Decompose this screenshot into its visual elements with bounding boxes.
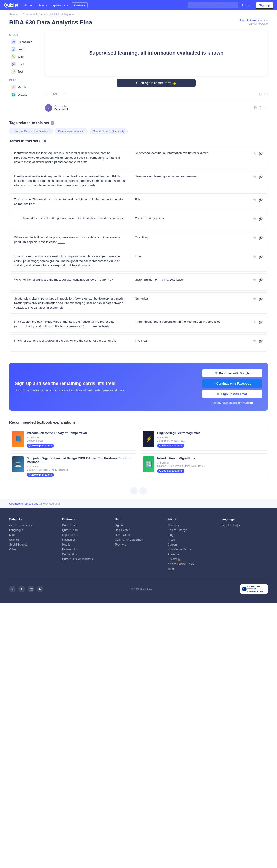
info-button[interactable]: ⋮ bbox=[258, 106, 262, 110]
next-card-button[interactable]: → bbox=[62, 92, 66, 97]
term-audio-5[interactable]: 🔊 bbox=[258, 254, 263, 259]
term-star-9[interactable]: ★ bbox=[253, 338, 256, 343]
footer-link[interactable]: Be The Change bbox=[168, 528, 215, 532]
upgrade-link[interactable]: Upgrade to remove ads Only $47.88/year bbox=[239, 19, 268, 25]
term-audio-9[interactable]: 🔊 bbox=[258, 339, 263, 343]
term-audio-1[interactable]: 🔊 bbox=[258, 175, 263, 179]
nav-explanations[interactable]: Explanations bbox=[51, 3, 68, 7]
sidebar-item-flashcards[interactable]: 🗂 Flashcards bbox=[9, 38, 39, 45]
footer-link[interactable]: Explanations bbox=[62, 533, 109, 536]
twitter-icon[interactable]: 𝕏 bbox=[9, 586, 16, 592]
term-audio-7[interactable]: 🔊 bbox=[258, 297, 263, 301]
footer-link[interactable]: Science bbox=[9, 538, 57, 541]
sidebar-item-test[interactable]: 📝 Test bbox=[9, 68, 39, 75]
copy-button[interactable]: ⎘ bbox=[254, 106, 257, 110]
footer-link[interactable]: Quizlet Plus for Teachers bbox=[62, 558, 109, 561]
textbook-card-3[interactable]: 🔢 Introduction to Algorithms 3rd Edition… bbox=[140, 454, 268, 480]
term-audio-0[interactable]: 🔊 bbox=[258, 151, 263, 156]
sidebar-item-spell[interactable]: 🔊 Spell bbox=[9, 60, 39, 68]
search-input[interactable] bbox=[188, 2, 238, 8]
continue-facebook-button[interactable]: f Continue with Facebook bbox=[202, 379, 262, 388]
footer-link[interactable]: Quizlet Plus bbox=[62, 553, 109, 556]
breadcrumb-ai[interactable]: Artificial Intelligence bbox=[49, 13, 74, 16]
signup-email-button[interactable]: ✉ Sign up with email bbox=[202, 390, 262, 398]
footer-link[interactable]: Blog bbox=[168, 533, 215, 536]
term-audio-4[interactable]: 🔊 bbox=[258, 236, 263, 240]
breadcrumb-cs[interactable]: Computer Science bbox=[23, 13, 46, 16]
nav-home[interactable]: Home bbox=[24, 3, 32, 7]
footer-link[interactable]: Terms bbox=[168, 567, 215, 570]
footer-link[interactable]: Community Guidelines bbox=[115, 538, 162, 541]
footer-link[interactable]: Ad and Cookie Policy bbox=[168, 562, 215, 566]
signup-button[interactable]: Sign up bbox=[256, 2, 273, 8]
footer-link[interactable]: Teachers bbox=[115, 543, 162, 546]
creator-name[interactable]: Ousider11 bbox=[55, 107, 68, 111]
term-star-8[interactable]: ★ bbox=[253, 319, 256, 324]
signup-description: Boost your grades with unlimited access … bbox=[15, 388, 197, 393]
breadcrumb-science[interactable]: Science bbox=[9, 13, 19, 16]
term-star-7[interactable]: ★ bbox=[253, 296, 256, 302]
term-audio-3[interactable]: 🔊 bbox=[258, 217, 263, 221]
term-star-3[interactable]: ★ bbox=[253, 216, 256, 221]
footer-link[interactable]: Flashcards bbox=[62, 538, 109, 541]
sidebar-item-write[interactable]: ✏️ Write bbox=[9, 53, 39, 60]
footer-link[interactable]: Company bbox=[168, 524, 215, 527]
sidebar-item-match[interactable]: ⚡ Match bbox=[9, 83, 39, 91]
footer-link[interactable]: Arts and Humanities bbox=[9, 524, 57, 527]
login-link[interactable]: Log in bbox=[242, 3, 250, 7]
tag-pca[interactable]: Principal Component Analysis bbox=[9, 128, 53, 134]
term-audio-2[interactable]: 🔊 bbox=[258, 198, 263, 202]
footer-link[interactable]: Quizlet Live bbox=[62, 524, 109, 527]
flashcard-click-button[interactable]: Click again to see term 👆 bbox=[117, 79, 196, 87]
footer-link[interactable]: Advertise bbox=[168, 553, 215, 556]
footer-link[interactable]: Honor Code bbox=[115, 533, 162, 536]
more-button[interactable]: ⋯ bbox=[264, 106, 268, 110]
textbook-section: Recommended textbook explanations 📘 Intr… bbox=[0, 416, 277, 484]
footer-link[interactable]: Mobile bbox=[62, 543, 109, 546]
footer-link[interactable]: Careers bbox=[168, 543, 215, 546]
term-audio-8[interactable]: 🔊 bbox=[258, 320, 263, 324]
create-button[interactable]: Create ▾ bbox=[72, 2, 88, 8]
footer-link[interactable]: Quizlet Learn bbox=[62, 528, 109, 532]
term-star-5[interactable]: ★ bbox=[253, 254, 256, 259]
prev-card-button[interactable]: ← bbox=[45, 92, 49, 97]
nav-subjects[interactable]: Subjects bbox=[36, 3, 47, 7]
tag-sensitivity[interactable]: Sensitivity And Specificity bbox=[90, 128, 128, 134]
footer-link[interactable]: Privacy 🔒 bbox=[168, 558, 215, 561]
tag-discriminant[interactable]: Discriminant Analysis bbox=[55, 128, 88, 134]
sidebar-item-gravity[interactable]: 🌍 Gravity bbox=[9, 91, 39, 98]
term-star-4[interactable]: ★ bbox=[253, 235, 256, 240]
textbook-card-1[interactable]: ⚡ Engineering Electromagnetics 8th Editi… bbox=[140, 428, 268, 451]
footer-link[interactable]: Social Science bbox=[9, 543, 57, 546]
upgrade-link-bottom[interactable]: Upgrade to remove ads bbox=[9, 502, 38, 505]
flashcard[interactable]: Supervised learning, all information eva… bbox=[45, 30, 268, 76]
footer-link[interactable]: Press bbox=[168, 538, 215, 541]
card-view-toggle[interactable]: ⊞ bbox=[259, 92, 262, 96]
instagram-icon[interactable]: 📷 bbox=[28, 586, 34, 592]
footer-link[interactable]: Sign up bbox=[115, 524, 162, 527]
term-audio-6[interactable]: 🔊 bbox=[258, 278, 263, 282]
term-star-0[interactable]: ★ bbox=[253, 151, 256, 156]
continue-google-button[interactable]: G Continue with Google bbox=[202, 369, 262, 377]
footer-link[interactable]: Languages bbox=[9, 528, 57, 532]
term-star-6[interactable]: ★ bbox=[253, 277, 256, 282]
language-selector[interactable]: English (USA) ▾ bbox=[220, 524, 268, 527]
youtube-icon[interactable]: ▶ bbox=[37, 586, 43, 592]
term-star-2[interactable]: ★ bbox=[253, 197, 256, 202]
login-link[interactable]: Log in bbox=[244, 401, 253, 404]
sidebar-item-learn[interactable]: 🔄 Learn bbox=[9, 45, 39, 53]
textbook-card-0[interactable]: 📘 Introduction to the Theory of Computat… bbox=[9, 428, 137, 451]
footer-link[interactable]: Help Center bbox=[115, 528, 162, 532]
textbook-card-2[interactable]: 💻 Computer Organization and Design MIPS … bbox=[9, 454, 137, 480]
prev-page-button[interactable]: ‹ bbox=[130, 487, 138, 495]
footer-link[interactable]: Math bbox=[9, 533, 57, 536]
footer-link[interactable]: Partnerships bbox=[62, 548, 109, 551]
term-star-1[interactable]: ★ bbox=[253, 174, 256, 179]
fullscreen-button[interactable]: ⛶ bbox=[264, 92, 268, 96]
next-page-button[interactable]: › bbox=[139, 487, 147, 495]
footer-link[interactable]: How Quizlet Works bbox=[168, 548, 215, 551]
tags-help-icon[interactable]: ? bbox=[50, 121, 54, 125]
footer-link[interactable]: Other bbox=[9, 548, 57, 551]
facebook-icon[interactable]: f bbox=[19, 586, 25, 592]
logo[interactable]: Quizlet bbox=[4, 3, 18, 8]
